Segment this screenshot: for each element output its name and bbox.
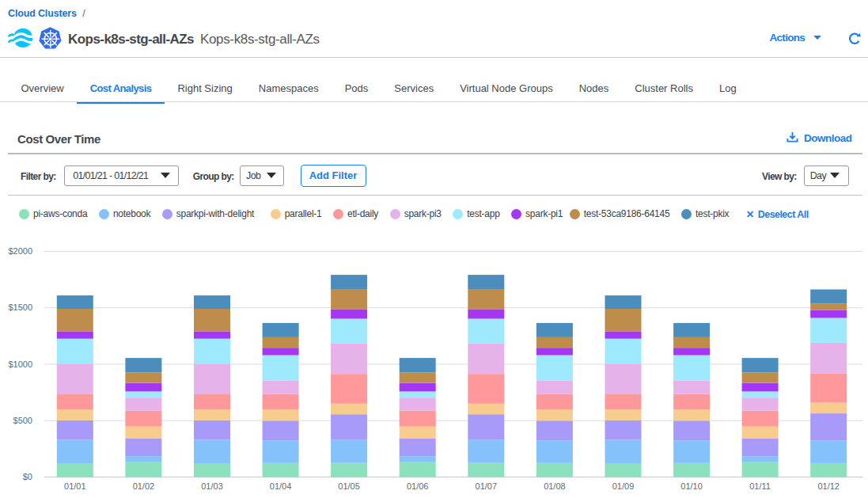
- svg-text:$2000: $2000: [8, 246, 32, 256]
- svg-text:01/01: 01/01: [64, 481, 86, 491]
- svg-text:01/11: 01/11: [749, 481, 771, 491]
- svg-text:01/06: 01/06: [407, 481, 429, 491]
- svg-text:01/07: 01/07: [476, 481, 498, 491]
- svg-text:01/09: 01/09: [612, 481, 635, 491]
- svg-text:$500: $500: [13, 416, 32, 425]
- svg-text:01/02: 01/02: [133, 481, 155, 491]
- svg-text:$1000: $1000: [8, 359, 32, 369]
- svg-text:01/04: 01/04: [270, 481, 292, 491]
- svg-text:01/05: 01/05: [338, 481, 360, 491]
- svg-text:$1500: $1500: [8, 302, 32, 312]
- svg-text:01/12: 01/12: [817, 481, 840, 491]
- svg-text:01/10: 01/10: [680, 481, 703, 491]
- svg-text:01/03: 01/03: [201, 481, 223, 491]
- svg-text:$0: $0: [23, 472, 32, 481]
- svg-text:01/08: 01/08: [544, 481, 566, 491]
